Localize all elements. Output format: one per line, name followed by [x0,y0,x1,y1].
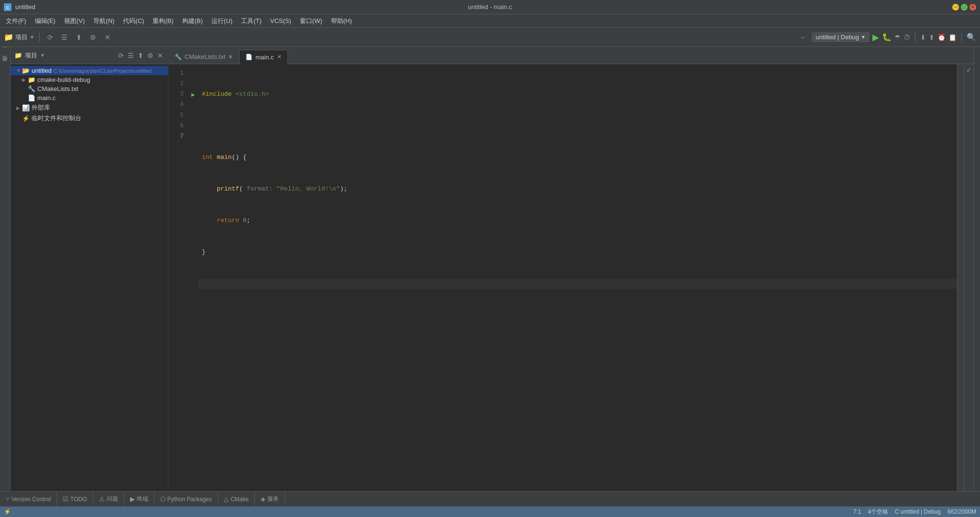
cmake-build-icon: 📁 [28,76,35,83]
bottom-tab-problems[interactable]: ⚠ 问题 [93,492,124,507]
main-tab-label: main.c [255,54,274,61]
line-num-4: 4 [168,100,184,110]
tree-item-cmake-build[interactable]: ▶ 📁 cmake-build-debug [11,75,168,84]
back-icon[interactable]: ← [797,32,809,43]
indent-info[interactable]: 4个空格 [868,508,888,516]
project-tree: ▼ 📂 untitled C:\Users\nagocoter\CLionPro… [11,64,168,491]
gutter-1 [188,68,198,79]
bottom-tab-version-control[interactable]: ⑂ Version Control [0,492,57,507]
bottom-tab-cmake[interactable]: △ CMake [218,492,255,507]
bottom-tab-todo[interactable]: ☑ TODO [57,492,93,507]
status-bar-right: 7:1 4个空格 C untitled | Debug 662/2000M [853,508,976,516]
debug-button[interactable]: 🐛 [882,33,892,42]
terminal-icon: ▶ [130,495,135,503]
menu-vcs[interactable]: VCS(S) [266,16,295,25]
expand-arrow-untitled: ▼ [16,68,22,73]
tab-main-c[interactable]: 📄 main.c ✕ [239,50,287,64]
tree-item-external-libs[interactable]: ▶ 📊 外部库 [11,102,168,113]
code-line-3: int main() { [198,152,957,163]
panel-close-icon[interactable]: ✕ [156,51,164,60]
cursor-position[interactable]: 7:1 [853,508,861,515]
editor-gutter: ▶ [188,64,198,491]
dropdown-arrow-icon[interactable]: ▼ [30,34,34,40]
gutter-4 [188,100,198,110]
gutter-5 [188,110,198,121]
code-line-6: } [198,247,957,258]
git-history-icon[interactable]: ⏰ [937,34,946,41]
panel-collapse-icon[interactable]: ⬆ [137,51,144,60]
menu-build[interactable]: 构建(B) [178,16,207,26]
menu-help[interactable]: 帮助(H) [327,16,356,26]
problems-label: 问题 [107,495,118,503]
minimize-button[interactable]: ─ [952,4,959,11]
menu-navigate[interactable]: 导航(N) [89,16,118,26]
bookmarks-tab[interactable]: 书签 [0,64,10,68]
bottom-tab-services[interactable]: ◈ 服务 [255,492,285,507]
close-button[interactable]: ✕ [969,4,976,11]
tab-cmakelists[interactable]: 🔧 CMakeLists.txt ✕ [168,49,239,64]
tab-bar: 🔧 CMakeLists.txt ✕ 📄 main.c ✕ [168,47,973,64]
panel-sync-icon[interactable]: ⟳ [117,51,125,60]
main-tab-close[interactable]: ✕ [277,54,282,60]
hide-icon[interactable]: ✕ [102,32,113,43]
coverage-icon[interactable]: ☂ [894,34,901,41]
panel-settings-icon[interactable]: ⚙ [146,51,154,60]
tree-label-untitled: untitled [32,67,52,74]
code-content[interactable]: #include <stdio.h> int main() { printf( … [198,64,957,491]
git-push-icon[interactable]: ⬆ [929,34,935,41]
editor-check-panel: ✓ [964,64,973,491]
line-num-5: 5 [168,110,184,121]
project-panel-title: 📁 项目 ▼ [14,51,45,60]
profile-icon[interactable]: ⏱ [903,34,910,41]
code-line-4: printf( format: "Hello, World!\n"); [198,184,957,194]
tree-label-main: main.c [37,94,55,101]
project-panel-header: 📁 项目 ▼ ⟳ ☰ ⬆ ⚙ ✕ [11,47,168,64]
bottom-tab-terminal[interactable]: ▶ 终端 [124,492,154,507]
project-panel-label: 项目 [25,51,37,60]
run-config-status: C untitled | Debug [895,508,941,515]
menu-window[interactable]: 窗口(W) [296,16,326,26]
git-update-icon[interactable]: ⬇ [920,34,926,41]
line-numbers: 1 2 3 4 5 6 7 [168,64,188,491]
bottom-tab-python-packages[interactable]: ⬡ Python Packages [154,492,218,507]
code-line-5: return 0; [198,215,957,226]
line-num-7: 7 [168,131,184,142]
no-arrow-cmakelists [22,86,28,91]
menu-edit[interactable]: 编辑(E) [31,16,59,26]
line-num-1: 1 [168,68,184,79]
settings-icon[interactable]: ⚙ [88,32,99,43]
version-control-label: Version Control [11,496,51,503]
tree-item-cmakelists[interactable]: 🔧 CMakeLists.txt [11,84,168,93]
c-file-icon: 📄 [28,94,35,101]
menu-refactor[interactable]: 重构(B) [149,16,177,26]
folder-icon: 📁 [4,33,13,42]
terminal-label: 终端 [137,495,148,503]
python-packages-icon: ⬡ [160,495,165,503]
code-editor[interactable]: 1 2 3 4 5 6 7 ▶ #include <stdio.h> [168,64,973,491]
run-configuration[interactable]: untitled | Debug ▼ [812,32,870,42]
cmake-tab-close[interactable]: ✕ [228,54,233,60]
menu-tools[interactable]: 工具(T) [237,16,265,26]
search-icon[interactable]: 🔍 [967,33,976,42]
run-arrow-icon: ▶ [188,89,198,100]
services-icon: ◈ [261,495,265,503]
tree-item-main-c[interactable]: 📄 main.c [11,93,168,102]
expand-arrow-cmake: ▶ [22,77,28,82]
window-title: untitled [15,3,35,11]
structure-tab[interactable]: 结构 [0,51,10,55]
menu-file[interactable]: 文件(F) [2,16,30,26]
run-button[interactable]: ▶ [872,32,879,43]
menu-run[interactable]: 运行(U) [208,16,236,26]
panel-layout-icon[interactable]: ☰ [127,51,135,60]
collapse-icon[interactable]: ⬆ [73,32,85,43]
git-annotate-icon[interactable]: 📋 [948,34,957,41]
tree-item-scratch[interactable]: ⚡ 临时文件和控制台 [11,113,168,124]
menu-code[interactable]: 代码(C) [119,16,148,26]
panel-dropdown-icon[interactable]: ▼ [40,53,45,58]
layout-icon[interactable]: ☰ [59,32,70,43]
menu-view[interactable]: 视图(V) [60,16,88,26]
sync-icon[interactable]: ⟳ [44,32,56,43]
maximize-button[interactable]: □ [961,4,968,11]
left-side-tabs: 结构 书签 [0,47,11,491]
tree-item-untitled[interactable]: ▼ 📂 untitled C:\Users\nagocoter\CLionPro… [11,66,168,75]
